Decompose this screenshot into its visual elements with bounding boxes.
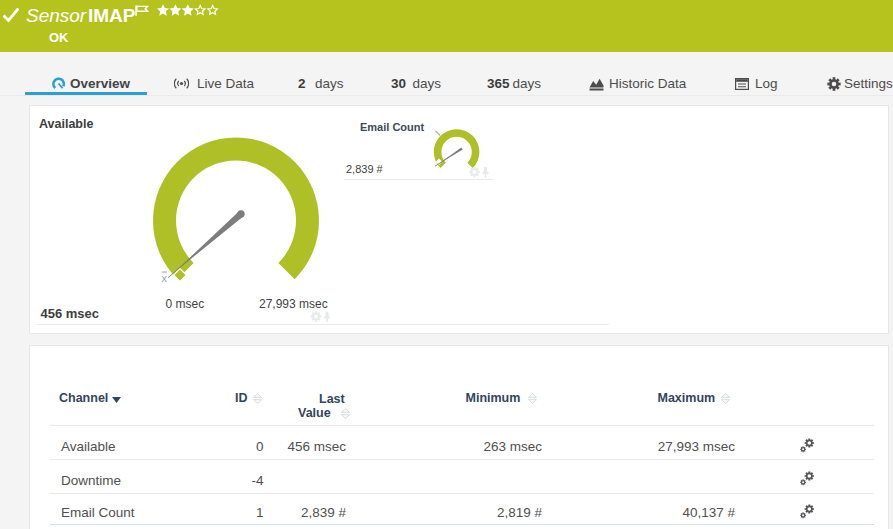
svg-text:x: x xyxy=(162,271,168,283)
